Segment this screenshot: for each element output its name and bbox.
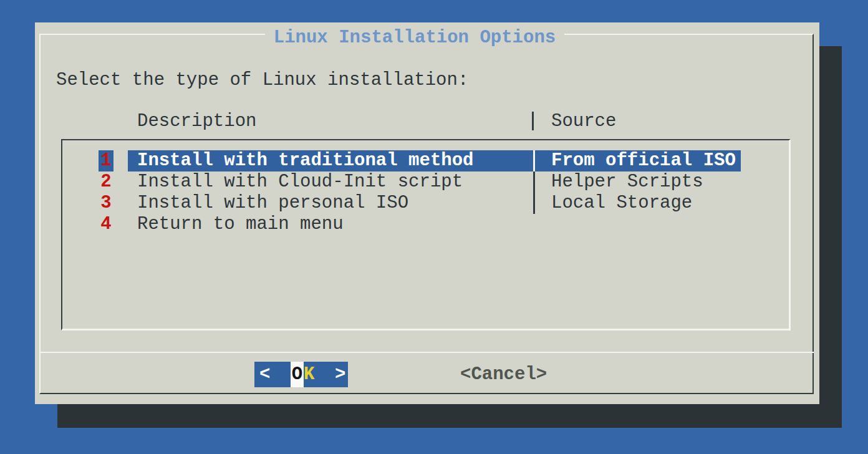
cancel-button[interactable]: <Cancel> <box>460 362 547 387</box>
menu-item-source: Local Storage <box>551 193 692 214</box>
dialog-title-row: Linux Installation Options <box>10 27 819 51</box>
menu-item-body: Install with traditional method From off… <box>128 150 741 171</box>
column-header-row: Description Source <box>35 111 819 132</box>
menu-item-body: Install with Cloud-Init script Helper Sc… <box>128 171 741 193</box>
ok-button-hotkey-char: K <box>304 362 314 387</box>
column-header-description: Description <box>137 111 256 132</box>
menu-item-number: 2 <box>99 171 113 193</box>
menu-item-description: Install with Cloud-Init script <box>137 171 463 193</box>
menu-item-column-separator <box>533 193 535 214</box>
menu-item-column-separator <box>533 150 535 171</box>
menu-item-source: Helper Scripts <box>551 171 703 193</box>
menu-listbox: 1 Install with traditional method From o… <box>61 139 791 331</box>
menu-item-body: Return to main menu <box>128 214 741 235</box>
menu-item-3[interactable]: 3 Install with personal ISO Local Storag… <box>62 193 789 214</box>
menu-item-4[interactable]: 4 Return to main menu <box>62 214 789 235</box>
dialog-window: Linux Installation Options Select the ty… <box>35 22 819 404</box>
menu-item-source: From official ISO <box>551 150 736 171</box>
column-header-source: Source <box>551 111 616 132</box>
prompt-text: Select the type of Linux installation: <box>56 69 468 91</box>
menu-item-number: 4 <box>99 214 113 235</box>
ok-button-close-bracket: > <box>335 362 345 387</box>
menu-item-description: Return to main menu <box>137 214 344 235</box>
ok-button-cursor-char: O <box>291 362 304 387</box>
ok-button-open-bracket: < <box>259 362 270 387</box>
menu-item-description: Install with traditional method <box>137 150 474 171</box>
terminal-screen: Linux Installation Options Select the ty… <box>0 0 868 454</box>
menu-item-2[interactable]: 2 Install with Cloud-Init script Helper … <box>62 171 789 193</box>
menu-item-number: 3 <box>99 193 113 214</box>
column-separator-line <box>532 112 534 130</box>
menu-item-body: Install with personal ISO Local Storage <box>128 193 741 214</box>
ok-button[interactable]: < O K > <box>254 362 348 387</box>
menu-item-number: 1 <box>99 150 113 171</box>
menu-item-description: Install with personal ISO <box>137 193 408 214</box>
dialog-title: Linux Installation Options <box>265 27 564 48</box>
menu-item-column-separator <box>533 171 535 193</box>
button-separator-line <box>39 352 814 353</box>
menu-item-1[interactable]: 1 Install with traditional method From o… <box>62 150 789 171</box>
